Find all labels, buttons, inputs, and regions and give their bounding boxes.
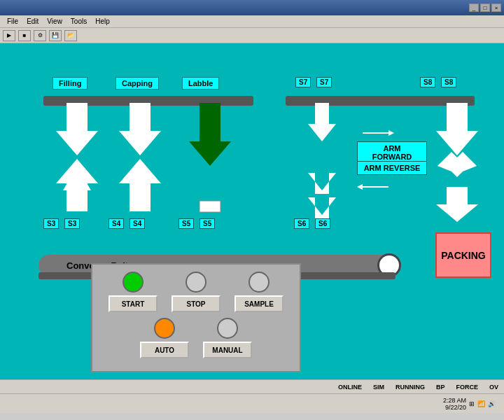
sensor-s5b[interactable]: S5 (200, 218, 215, 229)
svg-marker-6 (119, 159, 161, 211)
svg-marker-15 (357, 184, 363, 190)
svg-marker-11 (308, 197, 336, 218)
svg-marker-13 (388, 130, 394, 136)
sample-indicator (248, 272, 270, 293)
labble-label: Labble (182, 77, 219, 90)
stop-button[interactable]: STOP (172, 295, 220, 312)
manual-indicator (217, 318, 238, 339)
sensor-s7a[interactable]: S7 (295, 77, 311, 88)
taskbar: 2:28 AM 9/22/20 ⊞ 📶 🔊 (0, 393, 504, 413)
menu-view[interactable]: View (43, 18, 66, 25)
control-panel: START STOP SAMPLE AUTO MANUAL (91, 263, 301, 372)
toolbar-btn-2[interactable]: ■ (18, 30, 31, 41)
minimize-button[interactable]: _ (469, 4, 479, 12)
stop-indicator (186, 272, 206, 293)
status-sim: SIM (370, 384, 387, 391)
filling-label: Filling (52, 77, 88, 90)
status-bar: ONLINE SIM RUNNING BP FORCE OV (0, 379, 504, 393)
sensor-s5a[interactable]: S5 (178, 218, 194, 229)
svg-marker-2 (63, 166, 91, 211)
scada-area: Filling Capping Labble S7 S7 S8 S8 (0, 43, 504, 379)
status-online: ONLINE (335, 384, 365, 391)
control-lights-row: START STOP SAMPLE (99, 272, 293, 312)
manual-control: MANUAL (203, 318, 252, 358)
taskbar-time: 2:28 AM (443, 397, 466, 404)
sample-control: SAMPLE (234, 272, 284, 312)
start-control: START (108, 272, 158, 312)
auto-button[interactable]: AUTO (140, 342, 189, 358)
svg-marker-5 (119, 103, 161, 155)
menu-edit[interactable]: Edit (22, 18, 43, 25)
menu-file[interactable]: File (3, 18, 22, 25)
status-force: FORCE (453, 384, 481, 391)
stop-control: STOP (172, 272, 220, 312)
sensor-s7b[interactable]: S7 (316, 77, 332, 88)
toolbar-btn-1[interactable]: ▶ (3, 30, 15, 41)
status-ov: OV (486, 384, 501, 391)
title-bar-buttons[interactable]: _ □ × (469, 4, 501, 12)
toolbar-btn-5[interactable]: 📂 (64, 30, 77, 41)
manual-button[interactable]: MANUAL (203, 342, 252, 358)
sensor-s3b[interactable]: S3 (64, 218, 80, 229)
arm-reverse-button[interactable]: ARM REVERSE (357, 161, 427, 175)
svg-marker-9 (308, 103, 336, 141)
toolbar-btn-3[interactable]: ⚙ (34, 30, 46, 41)
sample-button[interactable]: SAMPLE (234, 295, 284, 312)
top-rail-right (286, 96, 475, 106)
packing-box[interactable]: PACKING (435, 232, 491, 278)
toolbar: ▶ ■ ⚙ 💾 📂 (0, 28, 504, 43)
svg-marker-10 (308, 173, 336, 194)
status-running: RUNNING (393, 384, 428, 391)
taskbar-date: 9/22/20 (445, 404, 466, 411)
sensor-s3a[interactable]: S3 (43, 218, 59, 229)
sensor-s6a[interactable]: S6 (294, 218, 309, 229)
toolbar-btn-4[interactable]: 💾 (49, 30, 62, 41)
svg-marker-4 (56, 159, 98, 211)
svg-marker-1 (63, 134, 91, 180)
status-bp: BP (433, 384, 448, 391)
start-button[interactable]: START (108, 295, 158, 312)
svg-rect-8 (200, 201, 220, 212)
taskbar-icon-1[interactable]: ⊞ (469, 400, 475, 407)
close-button[interactable]: × (491, 4, 501, 12)
taskbar-icon-3[interactable]: 🔊 (488, 400, 496, 407)
svg-marker-16 (436, 103, 478, 155)
start-indicator (122, 272, 144, 293)
sensor-s4b[interactable]: S4 (130, 218, 145, 229)
control-mode-row: AUTO MANUAL (99, 318, 293, 358)
svg-marker-3 (56, 103, 98, 155)
svg-marker-17 (438, 152, 477, 177)
title-bar: _ □ × (0, 0, 504, 15)
top-rail (43, 96, 253, 106)
sensor-s8b[interactable]: S8 (441, 77, 456, 88)
taskbar-icon-2[interactable]: 📶 (477, 400, 485, 407)
svg-marker-0 (63, 105, 91, 152)
capping-label: Capping (115, 77, 159, 90)
menu-tools[interactable]: Tools (66, 18, 91, 25)
maximize-button[interactable]: □ (480, 4, 490, 12)
svg-marker-7 (189, 103, 231, 166)
svg-marker-18 (436, 187, 478, 222)
sensor-s8a[interactable]: S8 (420, 77, 435, 88)
sensor-s6b[interactable]: S6 (315, 218, 330, 229)
auto-control: AUTO (140, 318, 189, 358)
sensor-s4a[interactable]: S4 (108, 218, 124, 229)
menu-bar: File Edit View Tools Help (0, 15, 504, 28)
menu-help[interactable]: Help (91, 18, 114, 25)
auto-indicator (154, 318, 175, 339)
